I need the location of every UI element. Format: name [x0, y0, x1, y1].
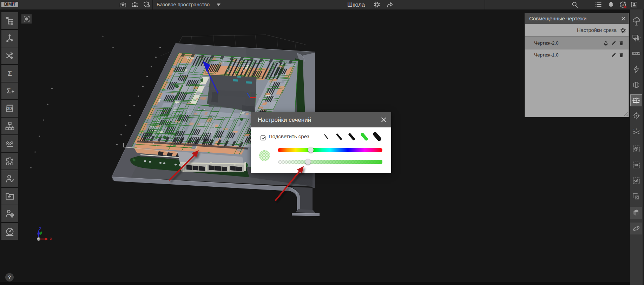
svg-text:2D: 2D	[7, 106, 12, 111]
svg-text:1: 1	[633, 128, 635, 131]
svg-text:Σ: Σ	[8, 69, 12, 77]
svg-text:2: 2	[636, 128, 637, 130]
svg-text:X: X	[50, 237, 52, 240]
svg-text:Z: Z	[39, 227, 41, 231]
svg-text:10: 10	[622, 4, 624, 6]
svg-text:Σ: Σ	[7, 87, 11, 95]
